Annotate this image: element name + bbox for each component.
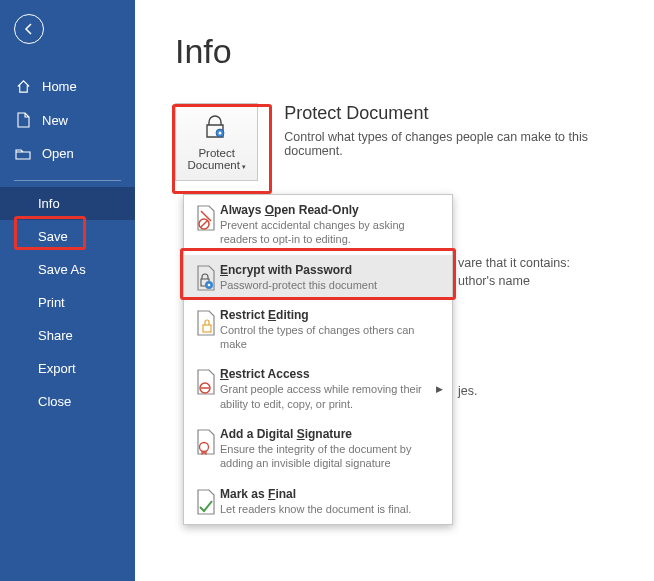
protect-subtitle: Control what types of changes people can… xyxy=(284,130,630,158)
bg-text-fragment: uthor's name xyxy=(458,274,530,288)
svg-point-1 xyxy=(218,132,221,135)
sidebar-item-label: Info xyxy=(38,196,60,211)
svg-rect-5 xyxy=(203,325,211,332)
sidebar-item-home[interactable]: Home xyxy=(0,70,135,103)
menu-item-mark-as-final[interactable]: Mark as Final Let readers know the docum… xyxy=(184,479,452,524)
sidebar-item-save-as[interactable]: Save As xyxy=(0,253,135,286)
menu-item-desc: Prevent accidental changes by asking rea… xyxy=(220,218,442,247)
menu-item-desc: Ensure the integrity of the document by … xyxy=(220,442,442,471)
sidebar-item-close[interactable]: Close xyxy=(0,385,135,418)
home-icon xyxy=(14,79,32,94)
sidebar-item-label: Save As xyxy=(38,262,86,277)
sidebar-item-label: Close xyxy=(38,394,71,409)
menu-item-title: Add a Digital Signature xyxy=(220,427,442,441)
open-icon xyxy=(14,147,32,160)
back-arrow-icon xyxy=(22,22,36,36)
read-only-icon xyxy=(192,203,220,247)
bg-text-fragment: vare that it contains: xyxy=(458,256,570,270)
menu-item-always-open-read-only[interactable]: Always Open Read-Only Prevent accidental… xyxy=(184,195,452,255)
sidebar-item-label: Home xyxy=(42,79,77,94)
protect-button-line1: Protect xyxy=(198,147,234,159)
protect-button-line2: Document▾ xyxy=(187,159,245,171)
encrypt-icon xyxy=(192,263,220,292)
sidebar-item-info[interactable]: Info xyxy=(0,187,135,220)
menu-item-title: Restrict Access xyxy=(220,367,432,381)
menu-item-restrict-editing[interactable]: Restrict Editing Control the types of ch… xyxy=(184,300,452,360)
mark-final-icon xyxy=(192,487,220,516)
menu-item-restrict-access[interactable]: Restrict Access Grant people access whil… xyxy=(184,359,452,419)
menu-item-title: Encrypt with Password xyxy=(220,263,442,277)
menu-item-encrypt-with-password[interactable]: Encrypt with Password Password-protect t… xyxy=(184,255,452,300)
sidebar-item-export[interactable]: Export xyxy=(0,352,135,385)
sidebar-item-label: Share xyxy=(38,328,73,343)
sidebar-item-label: Save xyxy=(38,229,68,244)
menu-item-title: Mark as Final xyxy=(220,487,442,501)
submenu-arrow-icon: ▶ xyxy=(432,367,442,411)
page-title: Info xyxy=(175,32,630,71)
signature-icon xyxy=(192,427,220,471)
sidebar-item-label: Print xyxy=(38,295,65,310)
sidebar-item-save[interactable]: Save xyxy=(0,220,135,253)
protect-document-button[interactable]: Protect Document▾ xyxy=(175,103,258,181)
sidebar-item-print[interactable]: Print xyxy=(0,286,135,319)
sidebar-item-label: New xyxy=(42,113,68,128)
svg-point-4 xyxy=(208,283,211,286)
menu-item-title: Restrict Editing xyxy=(220,308,442,322)
sidebar-item-share[interactable]: Share xyxy=(0,319,135,352)
sidebar-item-new[interactable]: New xyxy=(0,103,135,137)
protect-heading: Protect Document xyxy=(284,103,630,124)
menu-item-desc: Control the types of changes others can … xyxy=(220,323,442,352)
bg-text-fragment: jes. xyxy=(458,384,477,398)
menu-item-desc: Let readers know the document is final. xyxy=(220,502,442,516)
protect-document-dropdown: Always Open Read-Only Prevent accidental… xyxy=(183,194,453,525)
sidebar-divider xyxy=(14,180,121,181)
menu-item-desc: Grant people access while removing their… xyxy=(220,382,432,411)
back-button[interactable] xyxy=(14,14,44,44)
menu-item-desc: Password-protect this document xyxy=(220,278,442,292)
sidebar-item-label: Export xyxy=(38,361,76,376)
menu-item-title: Always Open Read-Only xyxy=(220,203,442,217)
sidebar-item-open[interactable]: Open xyxy=(0,137,135,170)
svg-point-7 xyxy=(200,443,209,452)
new-icon xyxy=(14,112,32,128)
restrict-access-icon xyxy=(192,367,220,411)
backstage-sidebar: Home New Open Info Save Save As Print Sh… xyxy=(0,0,135,581)
restrict-editing-icon xyxy=(192,308,220,352)
sidebar-item-label: Open xyxy=(42,146,74,161)
lock-key-icon xyxy=(203,113,231,143)
menu-item-add-digital-signature[interactable]: Add a Digital Signature Ensure the integ… xyxy=(184,419,452,479)
